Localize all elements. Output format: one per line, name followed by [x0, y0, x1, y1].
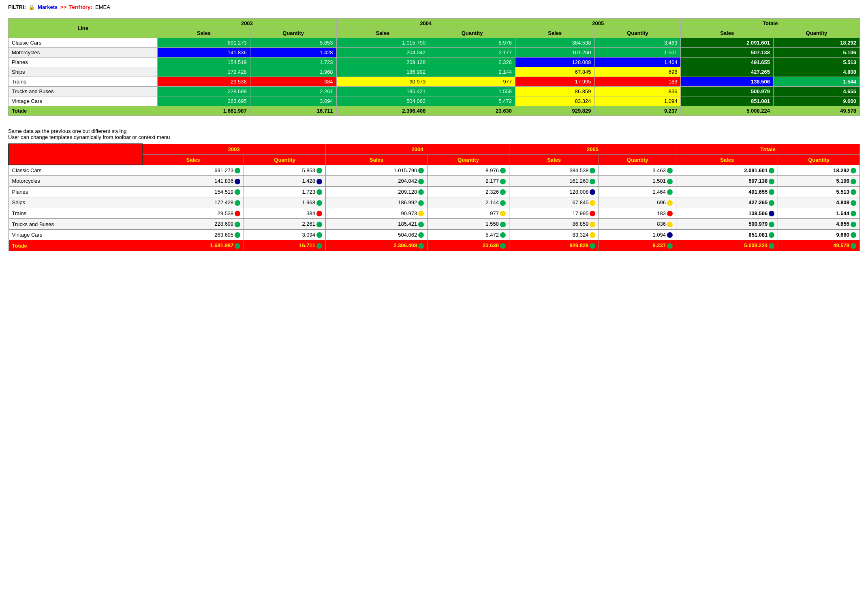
t1-totale-2003-qty: 16.711 [250, 106, 336, 116]
indicator-dot [235, 222, 240, 227]
t2-tot-qty: 4.655 [778, 219, 860, 230]
indicator-dot [851, 243, 856, 249]
t1-2003-qty: 2.261 [250, 87, 336, 96]
t2-totale-2005-qty: 9.237 [599, 240, 676, 251]
t1-line-name: Vintage Cars [9, 96, 158, 106]
t2-2005-qty: 1.501 [599, 176, 676, 187]
t1-2005-qty: 3.463 [594, 38, 681, 48]
indicator-dot [667, 200, 673, 206]
indicator-dot [851, 211, 856, 216]
t2-2004-sales: 1.015.790 [326, 165, 428, 176]
t2-totale-2005-sales: 929.829 [509, 240, 599, 251]
t2-line-name: Trucks and Buses [9, 219, 142, 230]
t2-line-name: Planes [9, 186, 142, 197]
t1-line-name: Trains [9, 77, 158, 87]
t1-2004-sales: 185.421 [336, 87, 429, 96]
t2-2004-sales: 504.062 [326, 229, 428, 240]
t1-2005-sales: 161.260 [515, 48, 594, 58]
t2-2005-sales: 17.995 [509, 208, 599, 219]
t2-2003-sales: 228.699 [142, 219, 244, 230]
indicator-dot [667, 168, 673, 173]
t2-line-name: Trains [9, 208, 142, 219]
t1-2004-sales-header: Sales [336, 28, 429, 38]
t1-tot-sales: 2.091.601 [681, 38, 774, 48]
t2-tot-qty: 5.106 [778, 176, 860, 187]
t2-totale-2004-qty: 23.630 [428, 240, 509, 251]
t1-totale-2003-sales: 1.681.987 [158, 106, 250, 116]
indicator-dot [316, 189, 322, 195]
t2-year-totale: Totale [676, 144, 860, 154]
indicator-dot [418, 168, 424, 173]
indicator-dot [667, 211, 673, 216]
t2-line-name: Classic Cars [9, 165, 142, 176]
t1-2005-sales: 83.324 [515, 96, 594, 106]
t1-tot-sales: 500.979 [681, 87, 774, 96]
t2-2004-sales: 186.992 [326, 197, 428, 208]
t2-line-name: Vintage Cars [9, 229, 142, 240]
t2-2003-qty: 1.428 [244, 176, 326, 187]
indicator-dot [316, 179, 322, 184]
t2-2005-qty: 3.463 [599, 165, 676, 176]
t1-2003-qty: 1.723 [250, 58, 336, 67]
t2-2005-sales-header: Sales [509, 154, 599, 165]
t1-line-name: Trucks and Buses [9, 87, 158, 96]
lock-icon: 🔒 [28, 4, 35, 10]
t2-2005-sales: 83.324 [509, 229, 599, 240]
t2-2003-sales: 141.836 [142, 176, 244, 187]
t2-tot-sales: 138.506 [676, 208, 778, 219]
indicator-dot [851, 168, 856, 173]
indicator-dot [316, 232, 322, 238]
t1-tot-qty: 18.292 [773, 38, 859, 48]
t1-line-name: Motorcycles [9, 48, 158, 58]
t2-2005-qty: 1.094 [599, 229, 676, 240]
t1-totale-tot-qty: 49.578 [773, 106, 859, 116]
t2-totale-tot-qty: 49.578 [778, 240, 860, 251]
table1-container: Line 2003 2004 2005 Totale Sales Quantit… [8, 18, 860, 116]
indicator-dot [769, 200, 774, 206]
t1-2003-sales-header: Sales [158, 28, 250, 38]
t1-totale-tot-sales: 5.008.224 [681, 106, 774, 116]
t1-2004-qty: 2.326 [429, 58, 515, 67]
table2: Line 2003 2004 2005 Totale Sales Quantit… [8, 143, 860, 251]
t2-2003-sales: 154.519 [142, 186, 244, 197]
indicator-dot [769, 168, 774, 173]
t2-line-header: Line [9, 144, 142, 165]
indicator-dot [667, 243, 673, 249]
indicator-dot [590, 211, 595, 216]
markets-link[interactable]: Markets [38, 4, 58, 10]
table1: Line 2003 2004 2005 Totale Sales Quantit… [8, 18, 860, 116]
territory-value: EMEA [95, 4, 110, 10]
t2-2005-sales: 384.538 [509, 165, 599, 176]
description-text: Same data as the previous one but differ… [8, 128, 860, 140]
indicator-dot [769, 179, 774, 184]
t2-tot-sales-header: Sales [676, 154, 778, 165]
indicator-dot [235, 243, 240, 249]
t2-line-name: Ships [9, 197, 142, 208]
indicator-dot [500, 222, 506, 227]
t2-2003-sales-header: Sales [142, 154, 244, 165]
indicator-dot [667, 232, 673, 238]
t1-tot-qty: 4.655 [773, 87, 859, 96]
indicator-dot [851, 200, 856, 206]
t1-tot-sales: 427.265 [681, 67, 774, 77]
t2-year-2004: 2004 [326, 144, 509, 154]
indicator-dot [500, 243, 506, 249]
t2-2005-qty: 183 [599, 208, 676, 219]
indicator-dot [590, 222, 595, 227]
t2-tot-qty: 9.660 [778, 229, 860, 240]
t1-2003-sales: 154.519 [158, 58, 250, 67]
t2-2003-qty: 384 [244, 208, 326, 219]
indicator-dot [500, 232, 506, 238]
indicator-dot [418, 189, 424, 195]
t2-2003-sales: 29.538 [142, 208, 244, 219]
t1-2003-qty: 1.968 [250, 67, 336, 77]
t2-2005-qty: 696 [599, 197, 676, 208]
t1-tot-qty: 5.106 [773, 48, 859, 58]
t2-2004-qty-header: Quantity [428, 154, 509, 165]
t1-2004-qty: 5.472 [429, 96, 515, 106]
t1-tot-qty: 5.513 [773, 58, 859, 67]
table2-container: Line 2003 2004 2005 Totale Sales Quantit… [8, 143, 860, 251]
t2-2005-qty-header: Quantity [599, 154, 676, 165]
t1-2005-sales-header: Sales [515, 28, 594, 38]
t1-totale-2005-qty: 9.237 [594, 106, 681, 116]
